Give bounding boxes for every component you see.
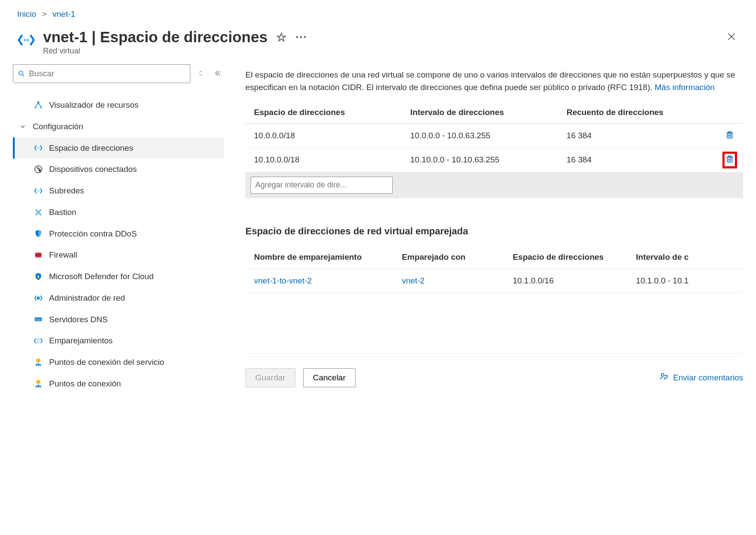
peered-col-name: Nombre de emparejamiento: [254, 252, 402, 262]
breadcrumb-sep: >: [42, 9, 47, 19]
sidebar-item-connected-devices[interactable]: Dispositivos conectados: [13, 159, 224, 180]
search-icon: [18, 70, 25, 78]
svg-point-8: [40, 106, 42, 109]
blade-header: vnet-1 | Espacio de direcciones ☆ ··· Re…: [0, 25, 756, 64]
address-row: 10.10.0.0/1810.10.0.0 - 10.10.63.25516 3…: [245, 148, 743, 172]
svg-rect-24: [37, 277, 39, 279]
sidebar-item-label: Servidores DNS: [49, 314, 218, 325]
cancel-button[interactable]: Cancelar: [303, 368, 356, 387]
vnet-icon: [17, 31, 35, 49]
sidebar-item-service-endpoints[interactable]: Puntos de conexión del servicio: [13, 351, 224, 373]
sidebar-item-label: Espacio de direcciones: [49, 143, 218, 153]
sidebar-item-netadmin[interactable]: Administrador de red: [13, 287, 224, 309]
breadcrumb-current[interactable]: vnet-1: [53, 9, 75, 19]
sidebar-item-label: Protección contra DDoS: [49, 229, 218, 239]
svg-point-1: [27, 39, 29, 41]
more-info-link[interactable]: Más información: [655, 83, 715, 92]
sidebar-item-dns[interactable]: wwwServidores DNS: [13, 309, 224, 330]
peered-col-with: Emparejado con: [402, 252, 513, 262]
svg-point-7: [34, 106, 37, 109]
sidebar-item-firewall[interactable]: Firewall: [13, 244, 224, 266]
search-input[interactable]: [29, 69, 186, 78]
svg-line-5: [22, 75, 24, 76]
shield-icon: [34, 229, 43, 238]
sidebar-item-label: Configuración: [33, 121, 218, 132]
feedback-icon: [659, 372, 669, 383]
add-range-row: [245, 172, 743, 198]
cell-space: 10.10.0.0/18: [254, 155, 410, 165]
netadmin-icon: [34, 293, 43, 303]
address-space-icon: [34, 143, 43, 152]
expand-collapse-icon[interactable]: [195, 67, 207, 81]
address-space-icon: [34, 186, 43, 196]
cell-count: 16 384: [567, 131, 709, 140]
peering-name-link[interactable]: vnet-1-to-vnet-2: [254, 276, 312, 285]
sidebar-search[interactable]: [13, 64, 190, 83]
svg-rect-48: [728, 132, 731, 133]
favorite-star-icon[interactable]: ☆: [276, 30, 287, 44]
peered-col-range: Intervalo de c: [636, 252, 734, 262]
address-row: 10.0.0.0/1810.0.0.0 - 10.0.63.25516 384: [245, 124, 743, 148]
cell-count: 16 384: [567, 155, 709, 165]
svg-point-6: [37, 101, 40, 103]
more-actions-icon[interactable]: ···: [295, 31, 307, 44]
sidebar-item-address-space[interactable]: Espacio de direcciones: [13, 137, 224, 159]
breadcrumb-home[interactable]: Inicio: [17, 9, 36, 19]
sidebar-item-label: Subredes: [49, 186, 218, 196]
page-title: vnet-1 | Espacio de direcciones: [43, 28, 267, 46]
sidebar-item-bastion[interactable]: Bastion: [13, 202, 224, 223]
peering-icon: [34, 336, 43, 345]
svg-point-0: [24, 39, 26, 41]
send-feedback-link[interactable]: Enviar comentarios: [659, 372, 743, 383]
cell-range: 10.10.0.0 - 10.10.63.255: [410, 155, 567, 165]
svg-point-19: [37, 212, 39, 213]
svg-rect-31: [36, 359, 40, 362]
collapse-pane-icon[interactable]: [211, 67, 224, 81]
sidebar-item-label: Firewall: [49, 250, 218, 260]
delete-row-icon[interactable]: [725, 154, 734, 166]
sidebar-item-label: Microsoft Defender for Cloud: [49, 271, 218, 282]
sidebar-item-config[interactable]: Configuración: [13, 116, 224, 137]
sidebar-item-subnets[interactable]: Subredes: [13, 180, 224, 202]
defender-icon: [34, 272, 43, 281]
svg-point-12: [39, 147, 40, 149]
peered-table: Nombre de emparejamiento Emparejado con …: [245, 246, 743, 293]
save-button[interactable]: Guardar: [245, 368, 295, 387]
sidebar-item-peerings[interactable]: Emparejamientos: [13, 330, 224, 351]
network-node-icon: [34, 100, 43, 110]
cell-range: 10.0.0.0 - 10.0.63.255: [410, 131, 567, 140]
sidebar-item-private-endpoints[interactable]: Puntos de conexión: [13, 373, 224, 395]
svg-point-4: [19, 71, 23, 75]
svg-point-15: [37, 190, 38, 192]
svg-line-9: [36, 103, 38, 106]
page-subtitle: Red virtual: [43, 47, 724, 56]
peered-row: vnet-1-to-vnet-2vnet-210.1.0.0/1610.1.0.…: [245, 269, 743, 293]
firewall-icon: [34, 250, 43, 260]
sidebar-item-visualizer[interactable]: Visualizador de recursos: [13, 94, 224, 116]
dns-icon: www: [34, 314, 43, 324]
peering-with-link[interactable]: vnet-2: [402, 276, 424, 285]
peered-col-space: Espacio de direcciones: [513, 252, 636, 262]
sidebar-item-defender[interactable]: Microsoft Defender for Cloud: [13, 266, 224, 287]
endpoint-icon: [34, 379, 43, 389]
peering-range: 10.1.0.0 - 10.1: [636, 276, 734, 286]
delete-row-icon[interactable]: [725, 130, 734, 142]
svg-point-16: [39, 190, 40, 192]
sidebar-item-label: Puntos de conexión del servicio: [49, 357, 218, 367]
svg-rect-14: [39, 170, 41, 172]
col-header-range: Intervalo de direcciones: [410, 108, 567, 117]
breadcrumb: Inicio > vnet-1: [0, 0, 756, 25]
peering-space: 10.1.0.0/16: [513, 276, 636, 286]
svg-point-55: [661, 374, 664, 376]
svg-text:www: www: [35, 318, 41, 321]
sidebar: Visualizador de recursosConfiguraciónEsp…: [13, 64, 228, 395]
cell-space: 10.0.0.0/18: [254, 131, 410, 140]
plug-icon: [34, 165, 43, 174]
add-range-input[interactable]: [251, 177, 393, 194]
sidebar-item-label: Emparejamientos: [49, 336, 218, 346]
close-icon[interactable]: [724, 28, 739, 47]
sidebar-item-ddos[interactable]: Protección contra DDoS: [13, 223, 224, 245]
sidebar-item-label: Visualizador de recursos: [49, 100, 218, 110]
sidebar-item-label: Bastion: [49, 207, 218, 218]
address-space-table: Espacio de direcciones Intervalo de dire…: [245, 102, 743, 198]
